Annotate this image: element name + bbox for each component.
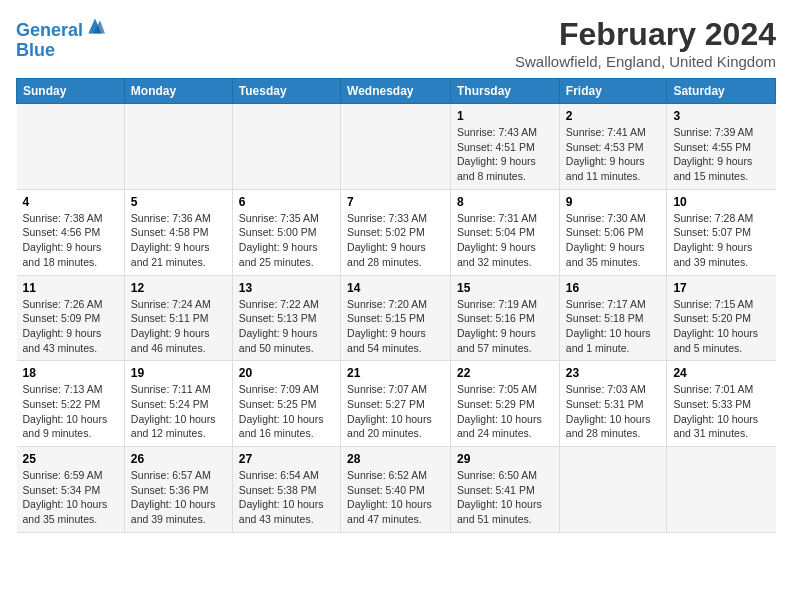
day-info: Sunrise: 7:38 AMSunset: 4:56 PMDaylight:… xyxy=(23,211,118,270)
week-row-1: 1Sunrise: 7:43 AMSunset: 4:51 PMDaylight… xyxy=(17,104,776,190)
day-number: 26 xyxy=(131,452,226,466)
calendar-cell: 28Sunrise: 6:52 AMSunset: 5:40 PMDayligh… xyxy=(341,447,451,533)
day-number: 29 xyxy=(457,452,553,466)
day-number: 5 xyxy=(131,195,226,209)
day-number: 19 xyxy=(131,366,226,380)
day-info: Sunrise: 7:17 AMSunset: 5:18 PMDaylight:… xyxy=(566,297,661,356)
calendar-cell xyxy=(17,104,125,190)
day-info: Sunrise: 7:09 AMSunset: 5:25 PMDaylight:… xyxy=(239,382,334,441)
day-number: 14 xyxy=(347,281,444,295)
day-info: Sunrise: 6:50 AMSunset: 5:41 PMDaylight:… xyxy=(457,468,553,527)
logo-icon xyxy=(85,16,105,36)
calendar-table: SundayMondayTuesdayWednesdayThursdayFrid… xyxy=(16,78,776,533)
day-number: 20 xyxy=(239,366,334,380)
calendar-cell: 23Sunrise: 7:03 AMSunset: 5:31 PMDayligh… xyxy=(559,361,667,447)
calendar-cell: 22Sunrise: 7:05 AMSunset: 5:29 PMDayligh… xyxy=(451,361,560,447)
week-row-5: 25Sunrise: 6:59 AMSunset: 5:34 PMDayligh… xyxy=(17,447,776,533)
calendar-cell xyxy=(559,447,667,533)
week-row-3: 11Sunrise: 7:26 AMSunset: 5:09 PMDayligh… xyxy=(17,275,776,361)
calendar-cell: 3Sunrise: 7:39 AMSunset: 4:55 PMDaylight… xyxy=(667,104,776,190)
day-number: 17 xyxy=(673,281,769,295)
calendar-cell xyxy=(232,104,340,190)
day-info: Sunrise: 7:24 AMSunset: 5:11 PMDaylight:… xyxy=(131,297,226,356)
day-info: Sunrise: 7:31 AMSunset: 5:04 PMDaylight:… xyxy=(457,211,553,270)
calendar-cell: 17Sunrise: 7:15 AMSunset: 5:20 PMDayligh… xyxy=(667,275,776,361)
day-number: 9 xyxy=(566,195,661,209)
day-info: Sunrise: 7:36 AMSunset: 4:58 PMDaylight:… xyxy=(131,211,226,270)
day-number: 10 xyxy=(673,195,769,209)
logo-blue: Blue xyxy=(16,40,55,60)
day-info: Sunrise: 6:57 AMSunset: 5:36 PMDaylight:… xyxy=(131,468,226,527)
day-info: Sunrise: 7:33 AMSunset: 5:02 PMDaylight:… xyxy=(347,211,444,270)
day-info: Sunrise: 7:13 AMSunset: 5:22 PMDaylight:… xyxy=(23,382,118,441)
calendar-cell: 5Sunrise: 7:36 AMSunset: 4:58 PMDaylight… xyxy=(124,189,232,275)
calendar-cell: 11Sunrise: 7:26 AMSunset: 5:09 PMDayligh… xyxy=(17,275,125,361)
calendar-cell: 10Sunrise: 7:28 AMSunset: 5:07 PMDayligh… xyxy=(667,189,776,275)
day-number: 21 xyxy=(347,366,444,380)
calendar-cell: 13Sunrise: 7:22 AMSunset: 5:13 PMDayligh… xyxy=(232,275,340,361)
title-block: February 2024 Swallowfield, England, Uni… xyxy=(515,16,776,70)
calendar-cell xyxy=(667,447,776,533)
day-number: 12 xyxy=(131,281,226,295)
day-number: 27 xyxy=(239,452,334,466)
col-header-sunday: Sunday xyxy=(17,79,125,104)
calendar-cell: 27Sunrise: 6:54 AMSunset: 5:38 PMDayligh… xyxy=(232,447,340,533)
calendar-cell: 29Sunrise: 6:50 AMSunset: 5:41 PMDayligh… xyxy=(451,447,560,533)
day-number: 7 xyxy=(347,195,444,209)
calendar-cell: 25Sunrise: 6:59 AMSunset: 5:34 PMDayligh… xyxy=(17,447,125,533)
calendar-cell: 8Sunrise: 7:31 AMSunset: 5:04 PMDaylight… xyxy=(451,189,560,275)
col-header-thursday: Thursday xyxy=(451,79,560,104)
day-number: 1 xyxy=(457,109,553,123)
calendar-cell: 21Sunrise: 7:07 AMSunset: 5:27 PMDayligh… xyxy=(341,361,451,447)
calendar-cell: 6Sunrise: 7:35 AMSunset: 5:00 PMDaylight… xyxy=(232,189,340,275)
calendar-cell: 14Sunrise: 7:20 AMSunset: 5:15 PMDayligh… xyxy=(341,275,451,361)
calendar-cell: 19Sunrise: 7:11 AMSunset: 5:24 PMDayligh… xyxy=(124,361,232,447)
calendar-cell: 26Sunrise: 6:57 AMSunset: 5:36 PMDayligh… xyxy=(124,447,232,533)
day-info: Sunrise: 7:19 AMSunset: 5:16 PMDaylight:… xyxy=(457,297,553,356)
day-info: Sunrise: 7:15 AMSunset: 5:20 PMDaylight:… xyxy=(673,297,769,356)
day-number: 6 xyxy=(239,195,334,209)
day-info: Sunrise: 7:28 AMSunset: 5:07 PMDaylight:… xyxy=(673,211,769,270)
week-row-2: 4Sunrise: 7:38 AMSunset: 4:56 PMDaylight… xyxy=(17,189,776,275)
day-info: Sunrise: 7:11 AMSunset: 5:24 PMDaylight:… xyxy=(131,382,226,441)
col-header-friday: Friday xyxy=(559,79,667,104)
day-number: 18 xyxy=(23,366,118,380)
day-info: Sunrise: 7:22 AMSunset: 5:13 PMDaylight:… xyxy=(239,297,334,356)
calendar-cell: 1Sunrise: 7:43 AMSunset: 4:51 PMDaylight… xyxy=(451,104,560,190)
page-header: General Blue February 2024 Swallowfield,… xyxy=(16,16,776,70)
calendar-cell: 16Sunrise: 7:17 AMSunset: 5:18 PMDayligh… xyxy=(559,275,667,361)
calendar-cell: 9Sunrise: 7:30 AMSunset: 5:06 PMDaylight… xyxy=(559,189,667,275)
calendar-cell: 7Sunrise: 7:33 AMSunset: 5:02 PMDaylight… xyxy=(341,189,451,275)
day-info: Sunrise: 7:35 AMSunset: 5:00 PMDaylight:… xyxy=(239,211,334,270)
calendar-cell: 20Sunrise: 7:09 AMSunset: 5:25 PMDayligh… xyxy=(232,361,340,447)
calendar-cell: 15Sunrise: 7:19 AMSunset: 5:16 PMDayligh… xyxy=(451,275,560,361)
col-header-saturday: Saturday xyxy=(667,79,776,104)
calendar-cell: 12Sunrise: 7:24 AMSunset: 5:11 PMDayligh… xyxy=(124,275,232,361)
logo-general: General xyxy=(16,20,83,40)
calendar-cell xyxy=(341,104,451,190)
calendar-cell: 4Sunrise: 7:38 AMSunset: 4:56 PMDaylight… xyxy=(17,189,125,275)
day-number: 4 xyxy=(23,195,118,209)
header-row: SundayMondayTuesdayWednesdayThursdayFrid… xyxy=(17,79,776,104)
day-number: 13 xyxy=(239,281,334,295)
day-info: Sunrise: 7:43 AMSunset: 4:51 PMDaylight:… xyxy=(457,125,553,184)
calendar-cell: 24Sunrise: 7:01 AMSunset: 5:33 PMDayligh… xyxy=(667,361,776,447)
day-info: Sunrise: 7:07 AMSunset: 5:27 PMDaylight:… xyxy=(347,382,444,441)
day-number: 24 xyxy=(673,366,769,380)
day-info: Sunrise: 6:59 AMSunset: 5:34 PMDaylight:… xyxy=(23,468,118,527)
day-number: 16 xyxy=(566,281,661,295)
day-info: Sunrise: 7:30 AMSunset: 5:06 PMDaylight:… xyxy=(566,211,661,270)
day-number: 8 xyxy=(457,195,553,209)
day-info: Sunrise: 7:26 AMSunset: 5:09 PMDaylight:… xyxy=(23,297,118,356)
calendar-cell: 18Sunrise: 7:13 AMSunset: 5:22 PMDayligh… xyxy=(17,361,125,447)
day-number: 28 xyxy=(347,452,444,466)
day-info: Sunrise: 7:39 AMSunset: 4:55 PMDaylight:… xyxy=(673,125,769,184)
calendar-cell xyxy=(124,104,232,190)
day-info: Sunrise: 7:20 AMSunset: 5:15 PMDaylight:… xyxy=(347,297,444,356)
day-number: 11 xyxy=(23,281,118,295)
day-info: Sunrise: 6:52 AMSunset: 5:40 PMDaylight:… xyxy=(347,468,444,527)
col-header-monday: Monday xyxy=(124,79,232,104)
calendar-cell: 2Sunrise: 7:41 AMSunset: 4:53 PMDaylight… xyxy=(559,104,667,190)
week-row-4: 18Sunrise: 7:13 AMSunset: 5:22 PMDayligh… xyxy=(17,361,776,447)
col-header-wednesday: Wednesday xyxy=(341,79,451,104)
